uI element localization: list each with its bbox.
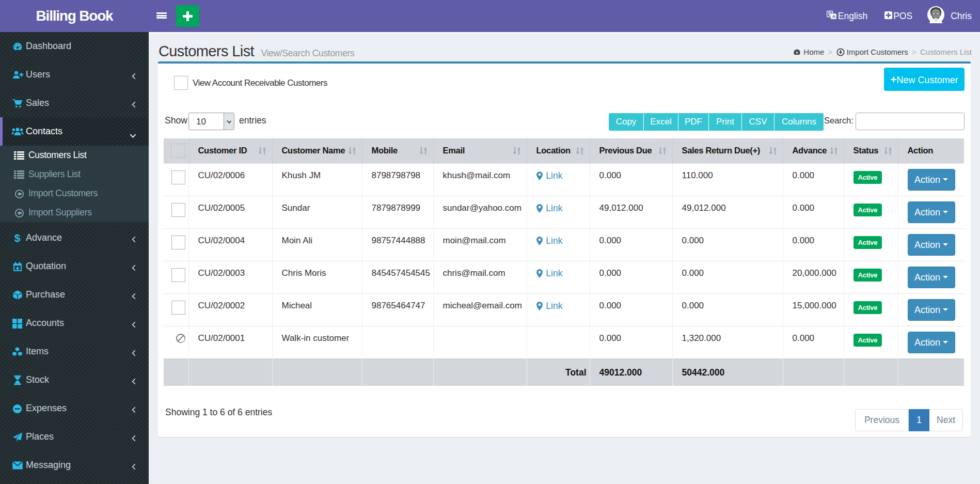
svg-text:A: A bbox=[832, 13, 835, 19]
